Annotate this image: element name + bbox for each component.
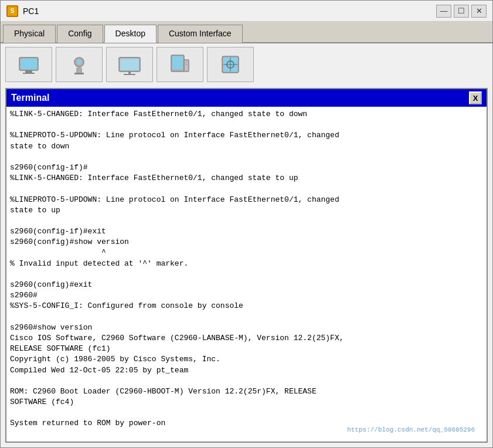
terminal-line: state to up xyxy=(10,205,483,216)
svg-rect-3 xyxy=(23,73,35,74)
main-window: S PC1 — ☐ ✕ Physical Config Desktop Cust… xyxy=(0,0,493,448)
tab-config[interactable]: Config xyxy=(57,25,103,43)
terminal-line: SOFTWARE (fc4) xyxy=(10,397,483,408)
window-title: PC1 xyxy=(23,6,39,16)
terminal-line: RELEASE SOFTWARE (fc1) xyxy=(10,344,483,354)
terminal-line: s2960#show version xyxy=(10,323,483,333)
terminal-line xyxy=(10,269,483,280)
svg-rect-2 xyxy=(25,70,32,73)
close-button[interactable]: ✕ xyxy=(471,5,487,18)
tab-custom-interface[interactable]: Custom Interface xyxy=(158,25,243,43)
terminal-line: Copyright (c) 1986-2005 by Cisco Systems… xyxy=(10,354,483,365)
terminal-window: Terminal X %LINK-5-CHANGED: Interface Fa… xyxy=(5,88,488,443)
terminal-line: s2960(config-if)#exit xyxy=(10,226,483,237)
maximize-button[interactable]: ☐ xyxy=(454,5,469,18)
terminal-line xyxy=(10,408,483,418)
title-bar: S PC1 — ☐ ✕ xyxy=(1,1,492,22)
watermark: https://blog.csdn.net/qq_50685296 xyxy=(347,426,475,435)
terminal-line xyxy=(10,312,483,323)
terminal-line: s2960# xyxy=(10,290,483,301)
terminal-line xyxy=(10,120,483,130)
terminal-line: s2960(config)#show version xyxy=(10,237,483,247)
terminal-body[interactable]: %LINK-5-CHANGED: Interface FastEthernet0… xyxy=(6,107,487,442)
icon-box-4[interactable] xyxy=(157,47,203,82)
terminal-line: % Invalid input detected at '^' marker. xyxy=(10,259,483,269)
svg-rect-13 xyxy=(172,56,183,69)
icon-box-2[interactable] xyxy=(56,47,103,82)
tab-bar: Physical Config Desktop Custom Interface xyxy=(1,22,492,43)
terminal-line: s2960(config)#exit xyxy=(10,280,483,290)
terminal-line: state to down xyxy=(10,141,483,152)
svg-rect-14 xyxy=(184,60,189,72)
terminal-line xyxy=(10,376,483,386)
terminal-line xyxy=(10,184,483,194)
terminal-line: %LINK-5-CHANGED: Interface FastEthernet0… xyxy=(10,109,483,120)
svg-rect-9 xyxy=(120,59,139,70)
icon-row xyxy=(1,43,492,86)
terminal-line xyxy=(10,152,483,162)
app-icon: S xyxy=(6,5,18,17)
svg-rect-7 xyxy=(74,73,84,74)
svg-rect-1 xyxy=(21,59,37,69)
icon-box-5[interactable] xyxy=(207,47,254,82)
terminal-line: %SYS-5-CONFIG_I: Configured from console… xyxy=(10,301,483,311)
terminal-line: Cisco IOS Software, C2960 Software (C296… xyxy=(10,333,483,344)
tab-desktop[interactable]: Desktop xyxy=(104,25,157,43)
svg-point-5 xyxy=(77,60,81,65)
terminal-wrapper: Terminal X %LINK-5-CHANGED: Interface Fa… xyxy=(1,86,492,447)
icon-box-3[interactable] xyxy=(106,47,153,82)
terminal-title-bar: Terminal X xyxy=(6,89,487,107)
terminal-title: Terminal xyxy=(11,93,50,103)
minimize-button[interactable]: — xyxy=(436,5,451,18)
svg-rect-10 xyxy=(128,72,131,74)
tab-physical[interactable]: Physical xyxy=(3,25,56,43)
terminal-line xyxy=(10,216,483,226)
terminal-line: Compiled Wed 12-Oct-05 22:05 by pt_team xyxy=(10,365,483,376)
icon-box-1[interactable] xyxy=(5,47,52,82)
terminal-line: %LINEPROTO-5-UPDOWN: Line protocol on In… xyxy=(10,195,483,205)
terminal-line: %LINK-5-CHANGED: Interface FastEthernet0… xyxy=(10,173,483,184)
terminal-line: Cisco WS-C2960-24TT (RC32300) processor … xyxy=(10,440,483,442)
terminal-close-button[interactable]: X xyxy=(469,91,482,104)
terminal-line: s2960(config-if)# xyxy=(10,162,483,173)
terminal-line: ROM: C2960 Boot Loader (C2960-HBOOT-M) V… xyxy=(10,386,483,397)
window-controls: — ☐ ✕ xyxy=(436,5,487,18)
terminal-line: ^ xyxy=(10,247,483,258)
title-bar-left: S PC1 xyxy=(6,5,39,17)
svg-rect-11 xyxy=(124,74,135,75)
terminal-line: %LINEPROTO-5-UPDOWN: Line protocol on In… xyxy=(10,130,483,141)
